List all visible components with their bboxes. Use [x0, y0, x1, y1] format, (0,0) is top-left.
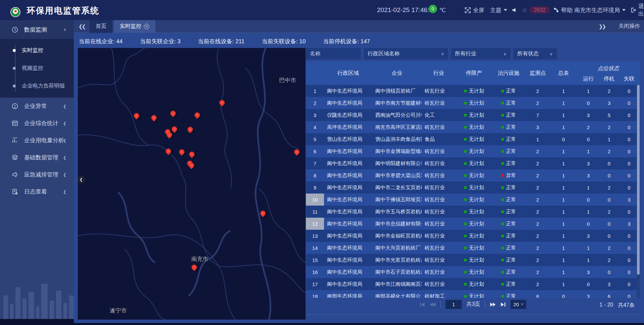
sidebar-item-基础数据管理[interactable]: 基础数据管理❮ — [0, 149, 74, 166]
cell-industry: 砖瓦行业 — [422, 169, 456, 181]
status-dot-icon — [501, 138, 504, 141]
log-file-icon — [11, 188, 18, 195]
cell-region: 阆中生态环境局 — [324, 206, 372, 218]
table-row[interactable]: 13阆中生态环境局阆中市金福旺页岩机砖砖瓦行业无计划正常21300 — [306, 230, 640, 242]
temperature-badge: 0 — [429, 5, 437, 13]
cell-company: 阆中市二龙长宝页岩砖 — [372, 181, 422, 194]
industry-filter-value: 所有行业 — [455, 50, 476, 57]
table-row[interactable]: 5营山生态环境局营山县润丰肉食品有限食品无计划正常10010 — [306, 133, 640, 145]
table-row[interactable]: 15阆中生态环境局阆中市光富页岩机砖厂砖瓦行业无计划正常21120 — [306, 254, 640, 266]
cell-treatment: 正常 — [492, 278, 525, 290]
sidebar-item-视频监控[interactable]: 视频监控 — [0, 59, 74, 77]
tabs-scroll-right-icon[interactable]: ❯❯ — [594, 23, 610, 30]
status-text: 正常 — [506, 293, 516, 298]
pagination-bar: 共3页 20 ˅ 1 - 20 共47条 — [306, 298, 640, 315]
status-text: 正常 — [506, 197, 516, 203]
cell-num: 3 — [306, 109, 324, 121]
page-number-input[interactable] — [445, 300, 462, 309]
speaker-muted-button[interactable] — [511, 0, 516, 20]
table-row[interactable]: 8阆中生态环境局阆中市枣碧大梁山页岩砖瓦行业无计划异常21300 — [306, 169, 640, 181]
fullscreen-button[interactable]: 全屏 — [465, 0, 484, 20]
table-row[interactable]: 7阆中生态环境局阆中明阳建材有限公司砖瓦行业无计划正常21300 — [306, 157, 640, 169]
help-button[interactable]: 帮助 — [553, 0, 573, 20]
cell-stop: 0 — [600, 169, 618, 181]
sidebar-item-应急减排管理[interactable]: 应急减排管理❮ — [0, 166, 74, 183]
sidebar-item-实时监控[interactable]: 实时监控 — [0, 42, 74, 59]
sidebar-item-企业电力负荷明细[interactable]: 企业电力负荷明细 — [0, 77, 74, 95]
cell-run: 0 — [577, 97, 600, 109]
table-row[interactable]: 17阆中生态环境局阆中市江南镇阆南页岩砖瓦行业无计划正常21030 — [306, 278, 640, 290]
cell-treatment: 正常 — [492, 242, 525, 254]
sidebar-group-数据监测[interactable]: 数据监测∨ — [0, 20, 74, 39]
sidebar-item-日志查看[interactable]: 日志查看❮ — [0, 183, 74, 200]
bullet-dot-icon — [13, 49, 16, 52]
page-size-select[interactable]: 20 ˅ — [511, 300, 526, 309]
tab-实时监控[interactable]: 实时监控✕ — [114, 20, 155, 33]
bar-chart-icon — [11, 137, 18, 144]
table-row[interactable]: 9阆中生态环境局阆中市二龙长宝页岩砖砖瓦行业无计划正常21120 — [306, 181, 640, 194]
cell-monitor: 2 — [525, 145, 550, 157]
tab-close-icon[interactable]: ✕ — [144, 24, 149, 29]
tab-首页[interactable]: 首页 — [90, 20, 112, 33]
status-dot-icon — [464, 271, 467, 274]
sidebar-item-企业综合统计[interactable]: 企业综合统计❮ — [0, 115, 74, 132]
status-text: 正常 — [506, 88, 516, 94]
table-row[interactable]: 3仪陇生态环境局西南油气田分公司川中化工无计划正常71350 — [306, 109, 640, 121]
last-page-button[interactable] — [500, 302, 506, 307]
cell-treatment: 正常 — [492, 97, 525, 109]
status-dot-icon — [501, 259, 504, 262]
status-text: 正常 — [506, 233, 516, 239]
close-operations-button[interactable]: 关闭操作 — [619, 23, 640, 30]
cell-region: 阆中生态环境局 — [324, 266, 372, 278]
table-row[interactable]: 6阆中生态环境局阆中市金博瑞新型墙材砖瓦行业无计划正常21120 — [306, 145, 640, 157]
table-row[interactable]: 10阆中生态环境局阆中千佛镇五郎垭页岩砖瓦行业无计划正常21003 — [306, 194, 640, 206]
table-row[interactable]: 2阆中生态环境局阆中市南方节能建材有砖瓦行业无计划正常21030 — [306, 97, 640, 109]
table-row[interactable]: 16阆中生态环境局阆中市石子页岩机砖厂砖瓦行业无计划正常21300 — [306, 266, 640, 278]
cell-stop: 2 — [600, 85, 618, 97]
status-text: 正常 — [506, 148, 516, 155]
table-row[interactable]: 11阆中生态环境局阆中市五马桥页岩机砖砖瓦行业无计划正常21120 — [306, 206, 640, 218]
name-filter-input[interactable] — [306, 48, 361, 59]
map-city-label-南充市: 南充市 — [191, 255, 208, 263]
sidebar-item-企业用电量分析[interactable]: 企业用电量分析❮ — [0, 132, 74, 149]
cell-stop: 0 — [600, 218, 618, 230]
notification-area[interactable]: 2632 — [522, 0, 550, 20]
table-scrollbar[interactable] — [637, 85, 640, 298]
cell-production: 无计划 — [456, 97, 492, 109]
cell-industry: 食品 — [422, 133, 456, 145]
prev-page-button[interactable] — [430, 302, 436, 307]
enterprise-table-panel: 行政区域名称 ∨ 所有行业 ∨ 所有状态 ∨ 行政区域 企业 行业 停限产 治污… — [306, 48, 640, 315]
industry-filter-select[interactable]: 所有行业 ∨ — [451, 48, 511, 59]
status-filter-select[interactable]: 所有状态 ∨ — [513, 48, 557, 59]
cell-stop: 0 — [600, 266, 618, 278]
next-page-button[interactable] — [490, 302, 496, 307]
first-page-button[interactable] — [420, 302, 425, 307]
sidebar-item-企业异常[interactable]: 企业异常❮ — [0, 98, 74, 115]
region-filter-select[interactable]: 行政区域名称 ∨ — [364, 48, 448, 59]
map-panel[interactable]: 巴中市南充市遂宁市 ❮ — [78, 48, 306, 320]
table-row[interactable]: 14阆中生态环境局阆中大兴页岩机砖厂砖瓦行业无计划正常21120 — [306, 242, 640, 254]
cell-num: 8 — [306, 169, 324, 181]
table-row[interactable]: 12阆中生态环境局阆中市忠信建材有限公砖瓦行业无计划正常21003 — [306, 218, 640, 230]
theme-button[interactable]: 主题 — [490, 0, 507, 20]
tabs-scroll-left-icon[interactable]: ❮❮ — [74, 23, 90, 30]
cell-stop: 2 — [600, 145, 618, 157]
col-header-lost: 失联 — [618, 73, 640, 85]
status-dot-icon — [501, 247, 504, 250]
cell-production: 无计划 — [456, 290, 492, 298]
table-row[interactable]: 4高坪生态环境局南充市高坪区王家店建砖瓦行业无计划正常31220 — [306, 121, 640, 133]
cell-company: 营山县润丰肉食品有限 — [372, 133, 422, 145]
scrollbar-thumb[interactable] — [637, 85, 640, 275]
cell-region: 高坪生态环境局 — [324, 121, 372, 133]
logout-button[interactable]: 退出 — [631, 0, 644, 20]
page-size-value: 20 — [513, 302, 519, 307]
stat-label: 当前失联企业 — [140, 38, 174, 45]
table-row[interactable]: 18南部生态环境局南部县砚化土有限公砖材加工无计划正常60360 — [306, 290, 640, 298]
user-menu[interactable]: 南充市生态环境局 — [574, 0, 626, 20]
stats-bar: 当前在线企业: 44当前失联企业: 3当前在线设备: 211当前失联设备: 10… — [79, 36, 370, 46]
table-row[interactable]: 1阆中生态环境局阆中强锐页岩砖厂砖瓦行业无计划正常21120 — [306, 85, 640, 97]
cell-meter: 1 — [550, 194, 577, 206]
cell-num: 17 — [306, 278, 324, 290]
cell-region: 南部生态环境局 — [324, 290, 372, 298]
sidebar-item-label: 企业用电量分析 — [24, 137, 64, 144]
